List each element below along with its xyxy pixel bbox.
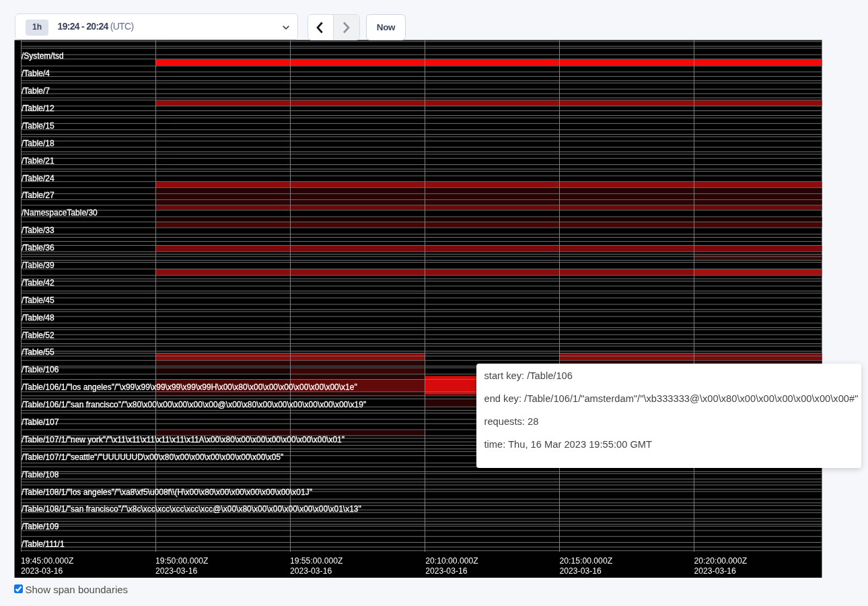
svg-text:/NamespaceTable/30: /NamespaceTable/30 [22,208,98,217]
svg-text:/Table/15: /Table/15 [22,121,55,131]
svg-text:/Table/33: /Table/33 [22,226,55,235]
svg-text:2023-03-16: 2023-03-16 [21,566,63,576]
svg-text:/Table/48: /Table/48 [22,313,55,323]
svg-text:20:15:00.000Z: 20:15:00.000Z [560,556,613,566]
svg-text:/Table/111/1: /Table/111/1 [22,539,65,549]
svg-text:19:50:00.000Z: 19:50:00.000Z [155,556,209,566]
svg-text:/System/tsd: /System/tsd [22,51,64,61]
svg-text:/Table/107/1/"new york"/"\x11\: /Table/107/1/"new york"/"\x11\x11\x11\x1… [22,435,345,444]
svg-text:/Table/4: /Table/4 [22,69,50,78]
svg-text:19:55:00.000Z: 19:55:00.000Z [290,556,343,566]
svg-text:/Table/12: /Table/12 [22,104,55,113]
svg-text:2023-03-16: 2023-03-16 [155,566,198,576]
svg-text:2023-03-16: 2023-03-16 [560,566,602,576]
svg-text:2023-03-16: 2023-03-16 [425,566,468,576]
svg-text:/Table/36: /Table/36 [22,243,55,252]
svg-text:/Table/45: /Table/45 [22,296,55,305]
svg-text:/Table/109: /Table/109 [22,522,59,531]
svg-text:/Table/42: /Table/42 [22,278,55,288]
svg-text:2023-03-16: 2023-03-16 [290,566,332,576]
svg-text:/Table/108/1/"los angeles"/"\x: /Table/108/1/"los angeles"/"\xa8\xf5\u00… [22,487,312,497]
svg-text:/Table/107/1/"seattle"/"UUUUUU: /Table/107/1/"seattle"/"UUUUUUD\x00\x80\… [22,452,283,462]
svg-text:/Table/107: /Table/107 [22,417,59,427]
svg-text:/Table/108/1/"san francisco"/": /Table/108/1/"san francisco"/"\x8c\xcc\x… [22,504,361,514]
svg-text:20:10:00.000Z: 20:10:00.000Z [425,556,478,566]
svg-text:2023-03-16: 2023-03-16 [694,566,737,576]
svg-text:20:20:00.000Z: 20:20:00.000Z [694,556,748,566]
svg-text:/Table/24: /Table/24 [22,174,55,183]
svg-text:/Table/52: /Table/52 [22,331,55,340]
svg-text:/Table/106/1/"san francisco"/": /Table/106/1/"san francisco"/"\x80\x00\x… [22,400,366,409]
svg-text:19:45:00.000Z: 19:45:00.000Z [21,556,74,566]
svg-text:/Table/27: /Table/27 [22,191,55,200]
svg-text:/Table/7: /Table/7 [22,86,50,96]
svg-text:/Table/106: /Table/106 [22,365,59,374]
svg-text:/Table/39: /Table/39 [22,261,55,270]
svg-text:/Table/21: /Table/21 [22,156,55,166]
svg-text:/Table/55: /Table/55 [22,347,55,357]
svg-text:/Table/108: /Table/108 [22,470,59,479]
svg-text:/Table/106/1/"los angeles"/"\x: /Table/106/1/"los angeles"/"\x99\x99\x99… [22,382,357,392]
svg-text:/Table/18: /Table/18 [22,139,55,148]
